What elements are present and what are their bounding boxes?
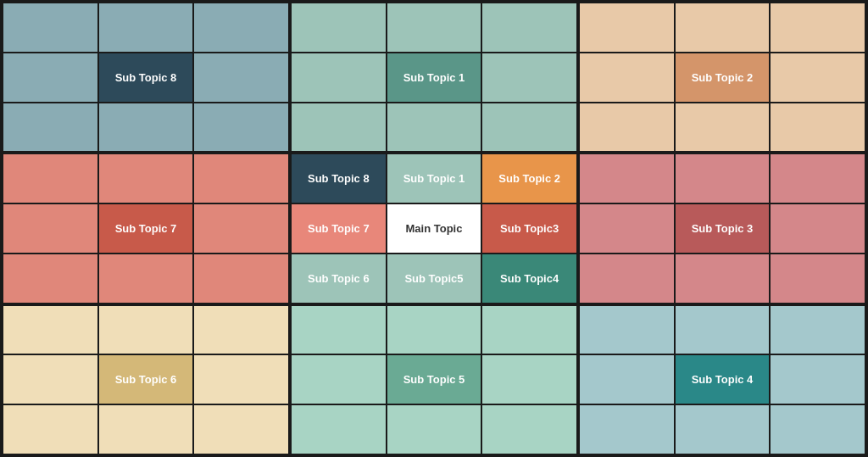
cell[interactable] [482,355,576,404]
cell[interactable] [292,405,386,454]
cell[interactable] [3,254,97,303]
cell[interactable] [676,3,770,52]
cell[interactable] [676,103,770,152]
cell[interactable] [580,254,674,303]
cell[interactable] [771,154,865,203]
panel-top-right: Sub Topic 2 [580,3,865,151]
cell[interactable] [771,254,865,303]
cell[interactable] [482,103,576,152]
cell[interactable] [771,53,865,102]
cell[interactable] [99,254,193,303]
cell[interactable] [387,405,481,454]
panel-bot-right: Sub Topic 4 [580,306,865,454]
cell[interactable] [580,405,674,454]
main-topic-cell[interactable]: Main Topic [387,204,481,253]
cell[interactable] [3,355,97,404]
cell[interactable] [99,306,193,354]
cell[interactable] [3,53,97,102]
cell[interactable] [194,3,288,52]
panel-bot-center: Sub Topic 5 [292,306,576,454]
cell[interactable] [676,154,770,203]
sub-topic-8-cell[interactable]: Sub Topic 8 [99,53,193,102]
sub-topic-6-cell[interactable]: Sub Topic 6 [99,355,193,404]
cell[interactable] [99,103,193,152]
cell[interactable] [3,204,97,253]
cell[interactable] [194,103,288,152]
cell[interactable] [482,405,576,454]
cell[interactable] [771,103,865,152]
sub-topic-1-cell[interactable]: Sub Topic 1 [387,53,481,102]
cell[interactable] [580,355,674,404]
panel-center: Sub Topic 8 Sub Topic 1 Sub Topic 2 Sub … [292,154,576,302]
cell[interactable] [387,3,481,52]
cell[interactable] [194,53,288,102]
cell[interactable] [292,355,386,404]
cell[interactable] [194,405,288,454]
cell[interactable] [194,355,288,404]
center-sub8-cell[interactable]: Sub Topic 8 [292,154,386,203]
center-sub2-cell[interactable]: Sub Topic 2 [482,154,576,203]
panel-mid-left: Sub Topic 7 [3,154,288,302]
sub-topic-7-cell[interactable]: Sub Topic 7 [99,204,193,253]
cell[interactable] [3,306,97,354]
cell[interactable] [771,3,865,52]
panel-top-left: Sub Topic 8 [3,3,288,151]
center-sub1-cell[interactable]: Sub Topic 1 [387,154,481,203]
sub-topic-2-cell[interactable]: Sub Topic 2 [676,53,770,102]
center-sub7-cell[interactable]: Sub Topic 7 [292,204,386,253]
cell[interactable] [580,154,674,203]
panel-bot-left: Sub Topic 6 [3,306,288,454]
cell[interactable] [387,103,481,152]
cell[interactable] [99,405,193,454]
cell[interactable] [292,306,386,354]
cell[interactable] [771,204,865,253]
cell[interactable] [676,405,770,454]
cell[interactable] [99,154,193,203]
panel-top-center: Sub Topic 1 [292,3,576,151]
cell[interactable] [482,53,576,102]
cell[interactable] [194,204,288,253]
cell[interactable] [194,154,288,203]
cell[interactable] [3,3,97,52]
cell[interactable] [580,306,674,354]
cell[interactable] [292,103,386,152]
center-sub3-cell[interactable]: Sub Topic3 [482,204,576,253]
cell[interactable] [580,103,674,152]
cell[interactable] [387,306,481,354]
sub-topic-4-cell[interactable]: Sub Topic 4 [676,355,770,404]
cell[interactable] [580,53,674,102]
cell[interactable] [580,204,674,253]
cell[interactable] [676,306,770,354]
cell[interactable] [3,154,97,203]
cell[interactable] [194,254,288,303]
cell[interactable] [3,103,97,152]
cell[interactable] [771,306,865,354]
center-sub6-cell[interactable]: Sub Topic 6 [292,254,386,303]
center-sub4-cell[interactable]: Sub Topic4 [482,254,576,303]
cell[interactable] [99,3,193,52]
cell[interactable] [771,405,865,454]
cell[interactable] [580,3,674,52]
cell[interactable] [292,53,386,102]
cell[interactable] [482,3,576,52]
cell[interactable] [194,306,288,354]
main-grid: Sub Topic 8 Sub Topic 1 Sub Topic 2 Sub … [0,0,868,457]
center-sub5-cell[interactable]: Sub Topic5 [387,254,481,303]
cell[interactable] [482,306,576,354]
cell[interactable] [771,355,865,404]
panel-mid-right: Sub Topic 3 [580,154,865,302]
cell[interactable] [676,254,770,303]
cell[interactable] [3,405,97,454]
cell[interactable] [292,3,386,52]
sub-topic-5-cell[interactable]: Sub Topic 5 [387,355,481,404]
sub-topic-3-cell[interactable]: Sub Topic 3 [676,204,770,253]
